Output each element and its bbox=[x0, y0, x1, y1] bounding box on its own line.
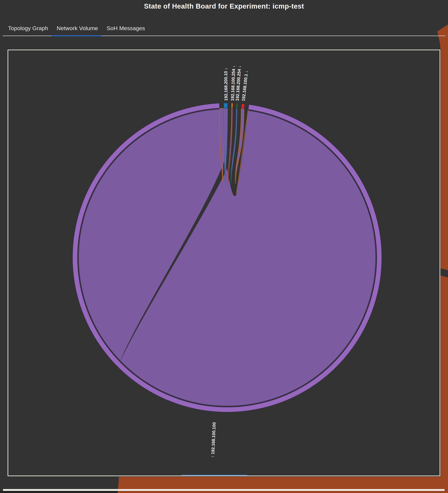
bottom-dark-strip bbox=[0, 491, 118, 493]
overflow-blue-sliver bbox=[181, 475, 247, 476]
chord-arc-192.168.100.254 bbox=[231, 103, 233, 108]
active-tab-indicator bbox=[51, 35, 101, 36]
bottom-white-stripe bbox=[3, 489, 445, 491]
tab-topology-graph[interactable]: Topology Graph bbox=[8, 25, 48, 32]
chord-arc-192.168.200.254 bbox=[236, 103, 238, 108]
tab-bar: Topology Graph Network Volume SoH Messag… bbox=[0, 25, 448, 36]
overflow-graphic-right bbox=[437, 24, 448, 493]
node-label-192.168.200.10: 192.168.200.10 ↓ bbox=[223, 68, 229, 101]
page-title: State of Health Board for Experiment: ic… bbox=[0, 2, 448, 10]
chord-arc-192.168.100.1 bbox=[241, 104, 245, 109]
chord-arc-192.168.200.10 bbox=[224, 103, 228, 108]
tab-network-volume[interactable]: Network Volume bbox=[57, 25, 98, 32]
tab-soh-messages[interactable]: SoH Messages bbox=[107, 25, 145, 32]
